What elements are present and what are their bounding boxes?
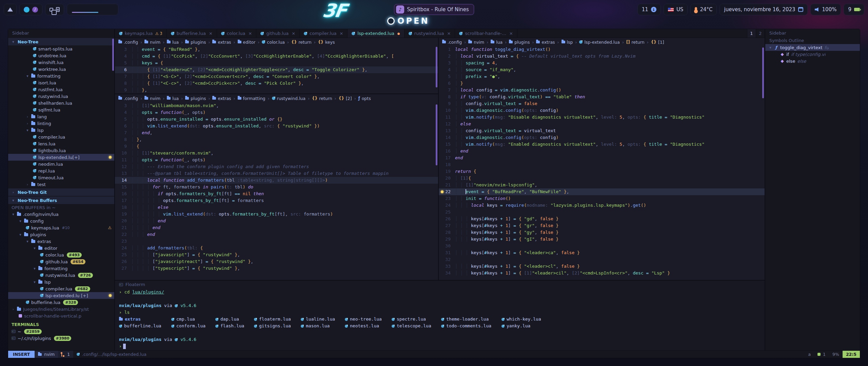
breadcrumb-item[interactable]: nvim xyxy=(144,40,160,45)
code-line-19[interactable]: 19│ │ │ │ │ │ vim.list_extend(dst: opts.… xyxy=(115,211,438,218)
breadcrumb-item[interactable]: extras xyxy=(212,96,231,101)
terminal-line[interactable]: extrascmp.luadap.luafloaterm.lualualine.… xyxy=(119,316,765,323)
breadcrumb-item[interactable]: lua xyxy=(491,40,502,45)
tree-item-lsp-extended.lu[+][interactable]: lsp-extended.lu[+] xyxy=(8,154,114,161)
code-line-14[interactable]: 14│ │ │ local function add_formatters(tb… xyxy=(115,177,438,184)
breadcrumb-item[interactable]: {}[1] xyxy=(651,40,664,45)
code-line-20[interactable]: 20│ [1]{ xyxy=(439,175,765,182)
tree-item-scrollbar-handle-vertical.p[interactable]: scrollbar-handle-vertical.p xyxy=(8,312,114,319)
terminal-line[interactable] xyxy=(119,296,765,302)
tree-item-lsp[interactable]: ▾lsp xyxy=(8,279,114,285)
tree-item-rustfmt.lua[interactable]: rustfmt.lua xyxy=(8,86,114,93)
code-line-11[interactable]: 11│ │ vim.notify(msg: "Disable diagnosti… xyxy=(439,114,765,121)
tree-item-worktree.lua[interactable]: worktree.lua xyxy=(8,66,114,73)
tab-rustywind.lua[interactable]: rustywind.lua× xyxy=(405,29,455,38)
tab-keymaps.lua[interactable]: keymaps.lua⚠ 3 xyxy=(115,29,167,38)
code-line-4[interactable]: 4│ │ cmd = { [1]"CccPick", [2]"CccConver… xyxy=(115,53,438,60)
tree-item-undotree.lua[interactable]: undotree.lua xyxy=(8,52,114,59)
code-line-22[interactable]: 22│ │ │ end xyxy=(115,231,438,238)
code-line-2[interactable]: 2│ local virtual_text = { -- Default vir… xyxy=(439,53,765,60)
tree-item-color.lua[interactable]: color.lua#493 xyxy=(8,251,114,258)
breadcrumb-item[interactable]: color.lua xyxy=(262,40,285,45)
code-line-27[interactable]: 27│ │ │ │ ["typescript"] = { "rustywind"… xyxy=(115,265,438,272)
tree-item-compiler.lua[interactable]: compiler.lua#682 xyxy=(8,285,114,292)
code-line-10[interactable]: 10│ │ [1]"stevearc/conform.nvim", xyxy=(115,150,438,157)
code-line-12[interactable]: 12│ else xyxy=(439,121,765,127)
code-line-24[interactable]: 24│ │ │ local keys = require(modname: "l… xyxy=(439,202,765,209)
code-line-5[interactable]: 5│ │ │ opts.ensure_installed = opts.ensu… xyxy=(115,116,438,123)
code-line-24[interactable]: 24│ │ │ add_formatters(tbl: { xyxy=(115,245,438,251)
code-line-5[interactable]: 5│ │ prefix = "●", xyxy=(439,73,765,80)
breadcrumb-item[interactable]: {}[2] xyxy=(339,96,352,101)
workspace-taglist[interactable] xyxy=(67,4,118,15)
tree-item-keymaps.lua[interactable]: keymaps.lua#10⚠ xyxy=(8,224,114,231)
tree-item-compiler.lua[interactable]: compiler.lua xyxy=(8,134,114,140)
tree-item-lsp-extended.lu [+][interactable]: lsp-extended.lu [+] xyxy=(8,292,114,299)
breadcrumb-item[interactable]: ƒopts xyxy=(358,96,371,101)
breadcrumb-item[interactable]: lsp-extended.lua xyxy=(579,40,619,45)
terminals-section-header[interactable]: TERMINALS xyxy=(8,321,114,328)
breadcrumb-item[interactable]: nvim xyxy=(468,40,484,45)
windows-icon[interactable] xyxy=(50,8,53,12)
breadcrumb-item[interactable]: plugins xyxy=(185,40,206,45)
code-editor-lsp-extended-lua[interactable]: 1local function toggle_diag_virtext()2│ … xyxy=(439,46,765,277)
tab-close-icon[interactable]: × xyxy=(209,31,213,36)
code-line-31[interactable]: 31│ │ │ keys[#keys + 1] = { "<leader>ca"… xyxy=(439,249,765,256)
breadcrumb-item[interactable]: lua xyxy=(167,40,179,45)
tree-item-rustywind.lua[interactable]: rustywind.lua xyxy=(8,93,114,100)
breadcrumb-item[interactable]: lsp xyxy=(561,40,573,45)
code-line-11[interactable]: 11│ │ opts = function(_, opts) xyxy=(115,157,438,163)
code-line-13[interactable]: 13│ │ config.virtual_text = virtual_text xyxy=(439,127,765,134)
breadcrumb-item[interactable]: extras xyxy=(536,40,555,45)
neotree-source-files[interactable]: ▾Neo-Tree xyxy=(8,38,114,45)
breadcrumb-item[interactable]: .config xyxy=(118,96,138,101)
terminal-line[interactable]: nvim/lua/plugins via v5.4.6 xyxy=(119,336,765,343)
code-line-16[interactable]: 16│ │ │ │ │ if opts.formatters_by_ft[ft]… xyxy=(115,190,438,197)
tree-item-plugins[interactable]: ▾plugins xyxy=(8,231,114,238)
breadcrumb-item[interactable]: plugins xyxy=(185,96,206,101)
code-line-9[interactable]: 9│ │ }, xyxy=(115,87,438,94)
code-line-27[interactable]: 27│ │ │ keys[#keys + 1] = { "gr", false … xyxy=(439,222,765,229)
tree-item-editor[interactable]: ▾editor xyxy=(8,245,114,251)
code-editor-rustywind-lua[interactable]: 3│ │ [1]"williamboman/mason.nvim",4│ │ o… xyxy=(115,102,438,272)
tree-item-isort.lua[interactable]: isort.lua xyxy=(8,79,114,86)
code-line-29[interactable]: 29│ │ │ keys[#keys + 1] = { "gI", false … xyxy=(439,236,765,243)
breadcrumb-item[interactable]: []return xyxy=(626,40,645,45)
tab-bufferline.lua[interactable]: bufferline.lua× xyxy=(167,29,217,38)
tree-item-lens.lua[interactable]: lens.lua xyxy=(8,140,114,147)
code-line-15[interactable]: 15│ │ vim.notify(msg: "Enabled diagnosti… xyxy=(439,141,765,148)
browser-icon[interactable] xyxy=(24,7,29,13)
breadcrumb-item[interactable]: formatting xyxy=(238,96,265,101)
updates-widget[interactable]: 11↓ xyxy=(638,4,660,15)
breadcrumb-item[interactable]: rustywind.lua xyxy=(272,96,305,101)
tree-item-timeout.lua[interactable]: timeout.lua xyxy=(8,174,114,181)
code-line-3[interactable]: 3│ │ event = { "BufRead" }, xyxy=(115,46,438,53)
terminal-body[interactable]: › cd lua/plugins/nvim/lua/plugins via v5… xyxy=(115,289,765,350)
code-line-17[interactable]: 17│ │ │ │ │ │ opts.formatters_by_ft[ft] … xyxy=(115,197,438,204)
tab-github.lua[interactable]: github.lua× xyxy=(256,29,300,38)
tab-close-icon[interactable]: × xyxy=(339,31,343,36)
code-line-20[interactable]: 20│ │ │ │ │ end xyxy=(115,218,438,224)
breadcrumb-item[interactable]: .config xyxy=(118,40,138,45)
outline-item-else[interactable]: ◆elseelse xyxy=(765,58,860,64)
code-line-30[interactable]: 30 xyxy=(439,243,765,249)
code-line-10[interactable]: 10│ │ vim.diagnostic.config(opts: config… xyxy=(439,107,765,114)
code-line-15[interactable]: 15│ │ │ │ for ft, formatters in pairs(t:… xyxy=(115,184,438,190)
code-line-8[interactable]: 8│ if type(v: config.virtual_text) == "t… xyxy=(439,94,765,100)
code-line-3[interactable]: 3│ │ [1]"williamboman/mason.nvim", xyxy=(115,102,438,109)
terminal-line[interactable]: › cd lua/plugins/ xyxy=(119,289,765,296)
code-line-28[interactable]: 28│ │ │ keys[#keys + 1] = { "gy", false … xyxy=(439,229,765,236)
breadcrumb-item[interactable]: lua xyxy=(167,96,179,101)
tree-item-neodim.lua[interactable]: neodim.lua xyxy=(8,161,114,167)
terminal-line[interactable]: › xyxy=(119,343,765,350)
tree-item-github.lua[interactable]: github.lua#654 xyxy=(8,258,114,265)
tabpage-1[interactable]: 1 xyxy=(747,29,756,38)
code-line-21[interactable]: 21│ │ [1]"neovim/nvim-lspconfig", xyxy=(439,182,765,188)
tree-item-smart-splits.lua[interactable]: smart-splits.lua xyxy=(8,45,114,52)
tab-close-icon[interactable]: × xyxy=(447,31,451,36)
tree-item-sqlfmt.lua[interactable]: sqlfmt.lua xyxy=(8,106,114,113)
tab-color.lua[interactable]: color.lua× xyxy=(217,29,257,38)
code-line-6[interactable]: 6│ │ │ vim.list_extend(dst: opts.ensure_… xyxy=(115,123,438,129)
code-line-4[interactable]: 4│ │ opts = function(_, opts) xyxy=(115,109,438,116)
code-line-17[interactable]: 17end xyxy=(439,155,765,161)
